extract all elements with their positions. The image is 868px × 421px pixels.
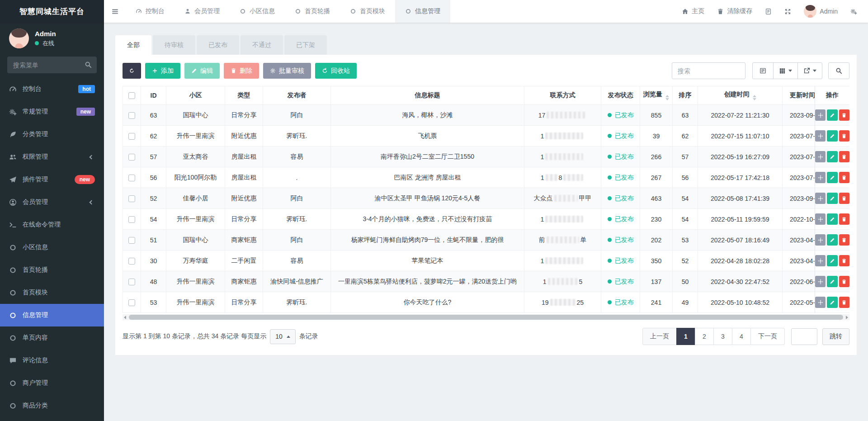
menu-toggle-button[interactable] xyxy=(104,0,126,23)
menu-search-input[interactable] xyxy=(7,57,97,73)
filter-tab[interactable]: 已下架 xyxy=(284,35,327,55)
row-checkbox[interactable] xyxy=(128,258,135,265)
language-button[interactable] xyxy=(759,0,778,23)
card-view-button[interactable] xyxy=(752,62,774,79)
sidebar-item[interactable]: 会员管理 xyxy=(0,191,104,213)
move-button[interactable] xyxy=(815,193,826,204)
sidebar-item[interactable]: 商品分类 xyxy=(0,394,104,417)
edit-row-button[interactable] xyxy=(827,172,837,183)
delete-row-button[interactable] xyxy=(839,297,849,308)
delete-row-button[interactable] xyxy=(839,130,849,142)
advanced-search-button[interactable] xyxy=(828,62,849,79)
row-checkbox[interactable] xyxy=(128,175,135,181)
page-button[interactable]: 3 xyxy=(713,328,732,345)
app-logo[interactable]: 智慧同城生活平台 xyxy=(0,0,104,23)
sidebar-item[interactable]: 小区信息 xyxy=(0,236,104,259)
export-button[interactable] xyxy=(797,62,822,79)
delete-row-button[interactable] xyxy=(839,109,849,121)
col-views[interactable]: 浏览量 xyxy=(640,86,673,105)
top-nav-item[interactable]: 小区信息 xyxy=(230,0,285,23)
row-checkbox[interactable] xyxy=(128,279,135,285)
delete-row-button[interactable] xyxy=(839,151,849,162)
delete-row-button[interactable] xyxy=(839,255,849,266)
delete-row-button[interactable] xyxy=(839,213,849,225)
edit-row-button[interactable] xyxy=(827,276,837,287)
col-status[interactable]: 发布状态 xyxy=(601,86,640,105)
move-button[interactable] xyxy=(815,109,826,121)
edit-row-button[interactable] xyxy=(827,130,837,142)
settings-button[interactable] xyxy=(844,0,863,23)
refresh-button[interactable] xyxy=(123,63,141,79)
edit-button[interactable]: 编辑 xyxy=(184,63,220,79)
sidebar-item[interactable]: 单页内容 xyxy=(0,326,104,349)
batch-audit-button[interactable]: 批量审核 xyxy=(263,63,311,79)
top-nav-item[interactable]: 首页模块 xyxy=(340,0,395,23)
delete-row-button[interactable] xyxy=(839,234,849,246)
col-created[interactable]: 创建时间 xyxy=(698,86,783,105)
row-checkbox[interactable] xyxy=(128,154,135,161)
col-sort[interactable]: 排序 xyxy=(673,86,698,105)
row-checkbox[interactable] xyxy=(128,237,135,244)
page-button[interactable]: 2 xyxy=(695,328,714,345)
home-link[interactable]: 主页 xyxy=(675,0,711,23)
jump-button[interactable]: 跳转 xyxy=(822,328,849,345)
sidebar-item[interactable]: 信息管理 xyxy=(0,304,104,326)
sidebar-item[interactable]: 权限管理 xyxy=(0,146,104,168)
edit-row-button[interactable] xyxy=(827,193,837,204)
columns-button[interactable] xyxy=(773,62,798,79)
user-menu[interactable]: Admin xyxy=(797,0,844,23)
delete-row-button[interactable] xyxy=(839,193,849,204)
select-all-checkbox[interactable] xyxy=(128,92,135,99)
sidebar-item[interactable]: 控制台hot xyxy=(0,78,104,100)
sidebar-item[interactable]: 首页轮播 xyxy=(0,259,104,281)
sidebar-item[interactable]: 分类管理 xyxy=(0,123,104,146)
avatar[interactable] xyxy=(9,28,29,48)
delete-row-button[interactable] xyxy=(839,276,849,287)
move-button[interactable] xyxy=(815,151,826,162)
clear-cache-link[interactable]: 清除缓存 xyxy=(711,0,759,23)
sidebar-item[interactable]: 评论信息 xyxy=(0,349,104,372)
page-button[interactable]: 4 xyxy=(732,328,751,345)
sidebar-item[interactable]: 在线命令管理 xyxy=(0,213,104,236)
move-button[interactable] xyxy=(815,234,826,246)
move-button[interactable] xyxy=(815,130,826,142)
move-button[interactable] xyxy=(815,276,826,287)
edit-row-button[interactable] xyxy=(827,297,837,308)
filter-tab[interactable]: 不通过 xyxy=(241,35,283,55)
move-button[interactable] xyxy=(815,255,826,266)
top-nav-item[interactable]: 信息管理 xyxy=(395,0,450,23)
filter-tab[interactable]: 待审核 xyxy=(153,35,195,55)
edit-row-button[interactable] xyxy=(827,151,837,162)
scroll-left-arrow-icon[interactable] xyxy=(124,316,126,319)
sidebar-item[interactable]: 商户管理 xyxy=(0,372,104,394)
filter-tab[interactable]: 已发布 xyxy=(197,35,239,55)
move-button[interactable] xyxy=(815,172,826,183)
prev-page-button[interactable]: 上一页 xyxy=(642,328,677,345)
table-search-input[interactable] xyxy=(672,62,745,79)
scrollbar-thumb[interactable] xyxy=(129,315,843,320)
row-checkbox[interactable] xyxy=(128,195,135,202)
move-button[interactable] xyxy=(815,213,826,225)
row-checkbox[interactable] xyxy=(128,133,135,140)
jump-page-input[interactable] xyxy=(791,328,817,345)
edit-row-button[interactable] xyxy=(827,255,837,266)
filter-tab[interactable]: 全部 xyxy=(115,35,151,55)
sort-icon[interactable] xyxy=(753,95,756,100)
sort-icon[interactable] xyxy=(665,95,669,100)
next-page-button[interactable]: 下一页 xyxy=(750,328,785,345)
edit-row-button[interactable] xyxy=(827,109,837,121)
horizontal-scrollbar[interactable] xyxy=(123,314,849,320)
scroll-right-arrow-icon[interactable] xyxy=(846,316,848,319)
row-checkbox[interactable] xyxy=(128,112,135,119)
col-contact[interactable]: 联系方式 xyxy=(524,86,601,105)
delete-row-button[interactable] xyxy=(839,172,849,183)
top-nav-item[interactable]: 控制台 xyxy=(126,0,175,23)
move-button[interactable] xyxy=(815,297,826,308)
page-size-select[interactable]: 10 xyxy=(270,329,296,344)
sidebar-item[interactable]: 插件管理new xyxy=(0,168,104,191)
edit-row-button[interactable] xyxy=(827,213,837,225)
row-checkbox[interactable] xyxy=(128,216,135,223)
page-button[interactable]: 1 xyxy=(676,328,695,345)
col-id[interactable]: ID xyxy=(141,86,166,105)
top-nav-item[interactable]: 会员管理 xyxy=(175,0,230,23)
